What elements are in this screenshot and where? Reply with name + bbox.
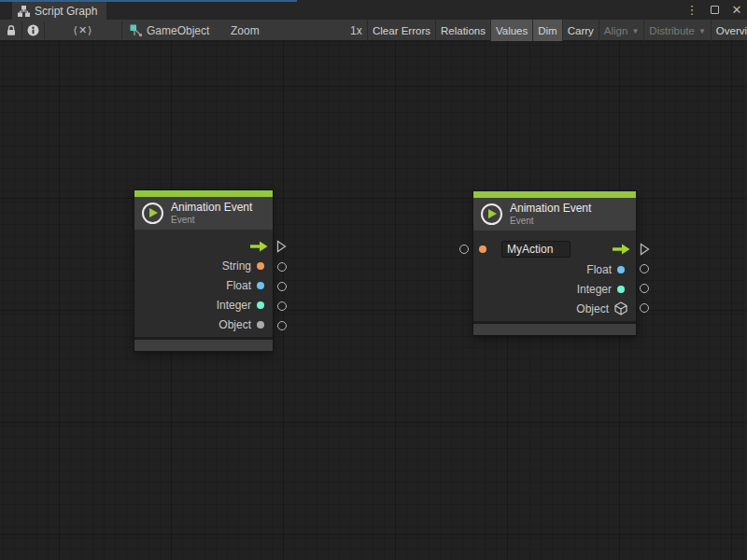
lock-icon	[6, 24, 17, 36]
object-output-port[interactable]	[277, 321, 287, 330]
node-body: Float Integer Object	[473, 231, 636, 321]
code-preview-button[interactable]: ⟨✕⟩	[45, 20, 121, 41]
port-row: Integer	[134, 295, 273, 315]
port-row: String	[134, 256, 273, 275]
lock-button[interactable]	[0, 20, 21, 41]
node-header[interactable]: Animation Event Event	[473, 198, 636, 231]
object-cube-icon	[614, 301, 627, 315]
dim-button[interactable]: Dim	[532, 20, 561, 41]
code-preview-icon: ⟨✕⟩	[74, 24, 93, 36]
maximize-icon[interactable]	[708, 0, 721, 20]
node-animation-event-1[interactable]: Animation Event Event String	[134, 190, 273, 351]
float-port-dot	[617, 266, 625, 273]
gameobject-icon	[127, 20, 144, 41]
name-input-port[interactable]	[459, 245, 469, 254]
align-dropdown[interactable]: Align ▼	[599, 20, 644, 41]
port-row: Object	[473, 299, 636, 318]
float-port-dot	[257, 282, 264, 289]
node-footer	[134, 340, 273, 351]
node-body: String Float Integer Object	[134, 230, 273, 337]
graph-toolbar: ⟨✕⟩ GameObject Zoom 1x Clear Errors Rela…	[0, 20, 747, 41]
name-input-port-dot	[479, 245, 486, 253]
string-output-port[interactable]	[277, 262, 287, 272]
object-output-port[interactable]	[640, 303, 649, 313]
title-bar: Script Graph ⋮ ✕	[0, 0, 747, 20]
info-icon	[27, 24, 39, 36]
clear-errors-button[interactable]: Clear Errors	[367, 20, 435, 41]
flow-output-port[interactable]	[640, 243, 650, 256]
graph-canvas[interactable]: Animation Event Event String	[0, 41, 747, 560]
inspector-button[interactable]	[22, 20, 44, 41]
integer-output-port[interactable]	[277, 301, 287, 311]
relations-button[interactable]: Relations	[435, 20, 490, 41]
event-name-input[interactable]	[501, 241, 571, 258]
node-title: Animation Event	[510, 203, 591, 216]
node-subtitle: Event	[171, 215, 252, 226]
zoom-label: Zoom	[231, 20, 260, 41]
overview-button[interactable]: Overview	[711, 20, 747, 41]
node-color-bar	[134, 190, 273, 197]
integer-port-dot	[257, 301, 264, 309]
port-row: Object	[134, 315, 273, 334]
values-button[interactable]: Values	[490, 20, 532, 41]
float-output-port[interactable]	[640, 264, 649, 273]
window-controls: ⋮ ✕	[685, 0, 743, 20]
node-header[interactable]: Animation Event Event	[134, 197, 273, 230]
node-footer	[473, 324, 636, 335]
tab-label: Script Graph	[35, 5, 97, 18]
port-row: Float	[134, 275, 273, 295]
toolbar-divider	[121, 21, 122, 39]
zoom-value: 1x	[350, 20, 362, 41]
object-port-dot	[257, 321, 264, 329]
port-row: Integer	[473, 279, 636, 299]
graph-icon	[18, 6, 30, 17]
node-title: Animation Event	[171, 202, 252, 215]
close-icon[interactable]: ✕	[730, 0, 743, 20]
event-play-icon	[481, 203, 502, 225]
tab-script-graph[interactable]: Script Graph	[12, 2, 106, 20]
node-subtitle: Event	[510, 216, 591, 227]
float-output-port[interactable]	[277, 282, 287, 291]
script-graph-window: Script Graph ⋮ ✕ ⟨✕⟩	[0, 0, 747, 560]
distribute-dropdown[interactable]: Distribute ▼	[643, 20, 711, 41]
event-play-icon	[142, 203, 163, 224]
menu-dots-icon[interactable]: ⋮	[685, 0, 698, 20]
string-port-dot	[257, 262, 264, 270]
port-row: Float	[473, 259, 636, 279]
carry-button[interactable]: Carry	[562, 20, 599, 41]
chevron-down-icon: ▼	[631, 27, 639, 35]
toolbar-buttons: Clear Errors Relations Values Dim Carry …	[367, 20, 747, 41]
integer-port-dot	[617, 286, 625, 293]
node-color-bar	[473, 191, 636, 198]
flow-arrow-icon	[249, 241, 268, 252]
integer-output-port[interactable]	[640, 284, 649, 293]
target-object-label[interactable]: GameObject	[147, 20, 209, 41]
flow-arrow-icon	[612, 244, 630, 255]
chevron-down-icon: ▼	[698, 27, 706, 35]
node-animation-event-2[interactable]: Animation Event Event Float	[473, 191, 636, 335]
name-input-row	[473, 239, 636, 259]
flow-output-port[interactable]	[276, 240, 287, 253]
flow-output-row	[134, 236, 273, 256]
